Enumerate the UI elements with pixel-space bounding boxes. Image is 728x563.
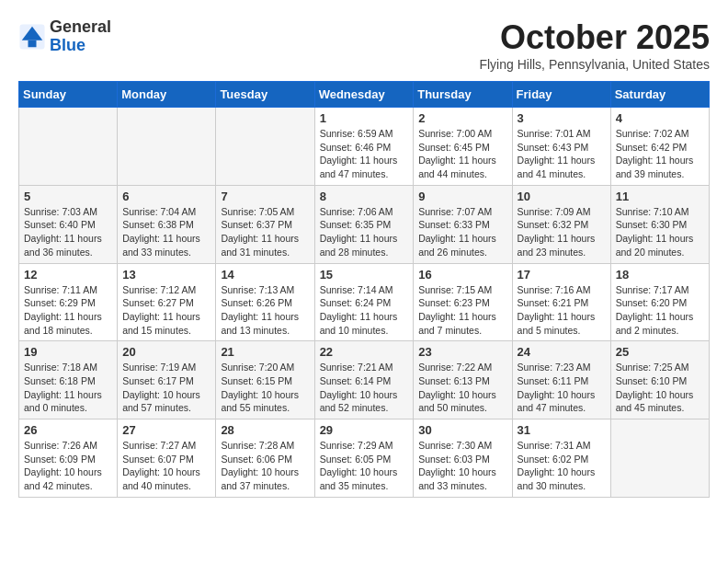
day-info: Sunrise: 7:19 AM Sunset: 6:17 PM Dayligh… (122, 361, 210, 415)
calendar-cell: 1Sunrise: 6:59 AM Sunset: 6:46 PM Daylig… (314, 108, 414, 186)
day-info: Sunrise: 7:01 AM Sunset: 6:43 PM Dayligh… (518, 127, 606, 181)
weekday-header-row: SundayMondayTuesdayWednesdayThursdayFrid… (19, 82, 710, 108)
calendar-cell: 10Sunrise: 7:09 AM Sunset: 6:32 PM Dayli… (512, 185, 610, 263)
day-number: 10 (518, 190, 606, 203)
logo: General Blue (18, 18, 111, 55)
day-info: Sunrise: 7:26 AM Sunset: 6:09 PM Dayligh… (24, 439, 112, 493)
day-info: Sunrise: 7:30 AM Sunset: 6:03 PM Dayligh… (418, 439, 506, 493)
calendar-cell: 8Sunrise: 7:06 AM Sunset: 6:35 PM Daylig… (314, 185, 414, 263)
calendar-cell: 3Sunrise: 7:01 AM Sunset: 6:43 PM Daylig… (512, 108, 610, 186)
calendar-table: SundayMondayTuesdayWednesdayThursdayFrid… (18, 81, 710, 498)
calendar-cell: 12Sunrise: 7:11 AM Sunset: 6:29 PM Dayli… (19, 263, 118, 341)
logo-text: General Blue (50, 18, 111, 55)
calendar-cell: 2Sunrise: 7:00 AM Sunset: 6:45 PM Daylig… (414, 108, 512, 186)
weekday-header-friday: Friday (512, 82, 610, 108)
day-number: 29 (320, 423, 409, 437)
calendar-cell: 29Sunrise: 7:29 AM Sunset: 6:05 PM Dayli… (314, 419, 414, 498)
calendar-cell: 13Sunrise: 7:12 AM Sunset: 6:27 PM Dayli… (118, 263, 216, 341)
day-number: 7 (221, 190, 309, 203)
weekday-header-thursday: Thursday (414, 82, 512, 108)
day-info: Sunrise: 7:25 AM Sunset: 6:10 PM Dayligh… (616, 361, 704, 415)
calendar-cell: 16Sunrise: 7:15 AM Sunset: 6:23 PM Dayli… (414, 263, 512, 341)
day-number: 5 (24, 190, 112, 203)
day-info: Sunrise: 7:16 AM Sunset: 6:21 PM Dayligh… (518, 283, 606, 338)
calendar-week-row: 19Sunrise: 7:18 AM Sunset: 6:18 PM Dayli… (19, 341, 710, 419)
day-info: Sunrise: 7:03 AM Sunset: 6:40 PM Dayligh… (24, 205, 112, 259)
day-info: Sunrise: 7:21 AM Sunset: 6:14 PM Dayligh… (320, 361, 409, 415)
day-number: 1 (320, 111, 409, 125)
day-info: Sunrise: 7:27 AM Sunset: 6:07 PM Dayligh… (122, 439, 210, 493)
calendar-cell: 9Sunrise: 7:07 AM Sunset: 6:33 PM Daylig… (414, 185, 512, 263)
day-number: 11 (616, 190, 704, 203)
page-header: General Blue October 2025 Flying Hills, … (18, 18, 710, 72)
day-info: Sunrise: 7:10 AM Sunset: 6:30 PM Dayligh… (616, 205, 704, 259)
calendar-cell: 23Sunrise: 7:22 AM Sunset: 6:13 PM Dayli… (414, 341, 512, 419)
day-number: 15 (320, 268, 409, 282)
calendar-cell: 18Sunrise: 7:17 AM Sunset: 6:20 PM Dayli… (610, 263, 709, 341)
weekday-header-saturday: Saturday (610, 82, 709, 108)
weekday-header-monday: Monday (118, 82, 216, 108)
calendar-cell: 14Sunrise: 7:13 AM Sunset: 6:26 PM Dayli… (216, 263, 314, 341)
calendar-cell: 17Sunrise: 7:16 AM Sunset: 6:21 PM Dayli… (512, 263, 610, 341)
calendar-week-row: 1Sunrise: 6:59 AM Sunset: 6:46 PM Daylig… (19, 108, 710, 186)
day-number: 17 (518, 268, 606, 282)
calendar-cell: 20Sunrise: 7:19 AM Sunset: 6:17 PM Dayli… (118, 341, 216, 419)
day-number: 21 (221, 345, 309, 359)
calendar-cell: 6Sunrise: 7:04 AM Sunset: 6:38 PM Daylig… (118, 185, 216, 263)
day-number: 26 (24, 423, 112, 437)
day-info: Sunrise: 7:00 AM Sunset: 6:45 PM Dayligh… (418, 127, 506, 181)
day-info: Sunrise: 6:59 AM Sunset: 6:46 PM Dayligh… (320, 127, 409, 181)
calendar-cell: 15Sunrise: 7:14 AM Sunset: 6:24 PM Dayli… (314, 263, 414, 341)
day-info: Sunrise: 7:05 AM Sunset: 6:37 PM Dayligh… (221, 205, 309, 259)
calendar-cell: 28Sunrise: 7:28 AM Sunset: 6:06 PM Dayli… (216, 419, 314, 498)
calendar-cell (216, 108, 314, 186)
calendar-cell (118, 108, 216, 186)
day-info: Sunrise: 7:06 AM Sunset: 6:35 PM Dayligh… (320, 205, 409, 259)
day-number: 3 (518, 111, 606, 125)
day-number: 18 (616, 268, 704, 282)
calendar-cell: 31Sunrise: 7:31 AM Sunset: 6:02 PM Dayli… (512, 419, 610, 498)
day-info: Sunrise: 7:09 AM Sunset: 6:32 PM Dayligh… (518, 205, 606, 259)
day-number: 27 (122, 423, 210, 437)
calendar-cell: 4Sunrise: 7:02 AM Sunset: 6:42 PM Daylig… (610, 108, 709, 186)
day-number: 9 (418, 190, 506, 203)
calendar-cell: 11Sunrise: 7:10 AM Sunset: 6:30 PM Dayli… (610, 185, 709, 263)
day-info: Sunrise: 7:17 AM Sunset: 6:20 PM Dayligh… (616, 283, 704, 338)
day-number: 16 (418, 268, 506, 282)
calendar-week-row: 5Sunrise: 7:03 AM Sunset: 6:40 PM Daylig… (19, 185, 710, 263)
calendar-cell: 21Sunrise: 7:20 AM Sunset: 6:15 PM Dayli… (216, 341, 314, 419)
day-info: Sunrise: 7:31 AM Sunset: 6:02 PM Dayligh… (518, 439, 606, 493)
day-number: 22 (320, 345, 409, 359)
day-number: 2 (418, 111, 506, 125)
day-info: Sunrise: 7:20 AM Sunset: 6:15 PM Dayligh… (221, 361, 309, 415)
calendar-cell: 5Sunrise: 7:03 AM Sunset: 6:40 PM Daylig… (19, 185, 118, 263)
day-info: Sunrise: 7:04 AM Sunset: 6:38 PM Dayligh… (122, 205, 210, 259)
day-info: Sunrise: 7:02 AM Sunset: 6:42 PM Dayligh… (616, 127, 704, 181)
day-number: 28 (221, 423, 309, 437)
month-title: October 2025 (479, 18, 710, 57)
day-number: 14 (221, 268, 309, 282)
day-info: Sunrise: 7:11 AM Sunset: 6:29 PM Dayligh… (24, 283, 112, 338)
day-number: 12 (24, 268, 112, 282)
day-number: 20 (122, 345, 210, 359)
day-info: Sunrise: 7:18 AM Sunset: 6:18 PM Dayligh… (24, 361, 112, 415)
calendar-cell (19, 108, 118, 186)
logo-general-text: General (50, 18, 111, 37)
title-block: October 2025 Flying Hills, Pennsylvania,… (479, 18, 710, 72)
day-number: 4 (616, 111, 704, 125)
day-info: Sunrise: 7:15 AM Sunset: 6:23 PM Dayligh… (418, 283, 506, 338)
day-number: 8 (320, 190, 409, 203)
location-subtitle: Flying Hills, Pennsylvania, United State… (479, 57, 710, 72)
weekday-header-wednesday: Wednesday (314, 82, 414, 108)
calendar-cell: 26Sunrise: 7:26 AM Sunset: 6:09 PM Dayli… (19, 419, 118, 498)
day-number: 25 (616, 345, 704, 359)
calendar-cell: 24Sunrise: 7:23 AM Sunset: 6:11 PM Dayli… (512, 341, 610, 419)
calendar-cell: 22Sunrise: 7:21 AM Sunset: 6:14 PM Dayli… (314, 341, 414, 419)
calendar-cell: 30Sunrise: 7:30 AM Sunset: 6:03 PM Dayli… (414, 419, 512, 498)
day-info: Sunrise: 7:07 AM Sunset: 6:33 PM Dayligh… (418, 205, 506, 259)
day-info: Sunrise: 7:14 AM Sunset: 6:24 PM Dayligh… (320, 283, 409, 338)
weekday-header-tuesday: Tuesday (216, 82, 314, 108)
day-number: 24 (518, 345, 606, 359)
calendar-cell: 25Sunrise: 7:25 AM Sunset: 6:10 PM Dayli… (610, 341, 709, 419)
day-number: 31 (518, 423, 606, 437)
